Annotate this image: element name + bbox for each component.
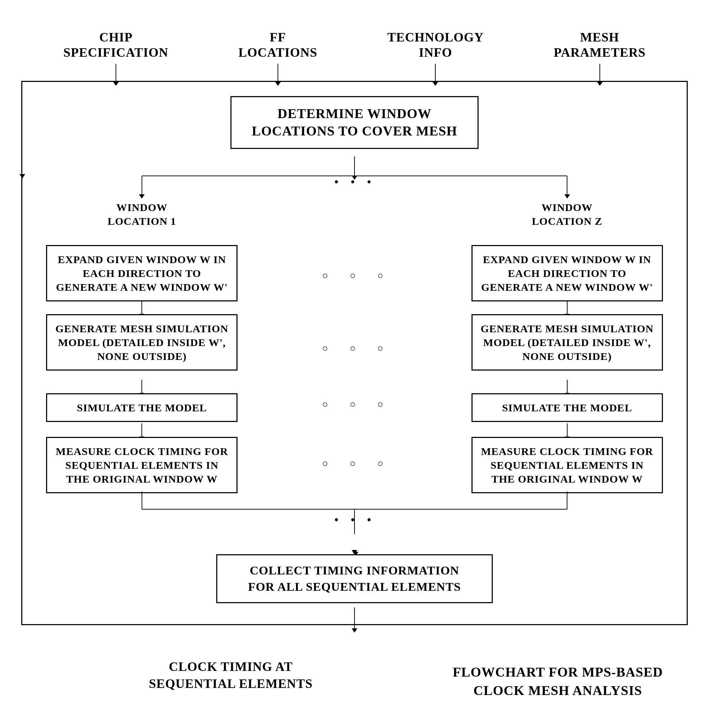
chip-spec-arrow [115,64,116,82]
center-to-collect-arrow [352,550,357,554]
mesh-params-label: MESH PARAMETERS [554,30,646,60]
top-inputs: CHIP SPECIFICATION FF LOCATIONS TECHNOLO… [0,0,709,82]
output-label: CLOCK TIMING AT SEQUENTIAL ELEMENTS [149,658,313,693]
measure-left-box: MEASURE CLOCK TIMING FOR SEQUENTIAL ELEM… [46,437,238,493]
input-chip-spec: CHIP SPECIFICATION [63,30,168,82]
determine-box: DETERMINE WINDOW LOCATIONS TO COVER MESH [230,96,479,149]
left-arrow-1 [142,301,142,314]
input-tech-info: TECHNOLOGY INFO [387,30,484,82]
window-location-left-label: WINDOW LOCATION 1 [106,200,177,228]
input-ff-locations: FF LOCATIONS [239,30,317,82]
inner-content: DETERMINE WINDOW LOCATIONS TO COVER MESH [22,82,687,624]
simulate-right-box: SIMULATE THE MODEL [471,393,663,422]
svg-marker-3 [19,174,25,178]
generate-right-box: GENERATE MESH SIMULATION MODEL (DETAILED… [471,314,663,371]
simulate-left-box: SIMULATE THE MODEL [46,393,238,422]
right-arrow-1 [567,301,567,314]
generate-left-box: GENERATE MESH SIMULATION MODEL (DETAILED… [46,314,238,371]
branch-arrow-left [139,194,144,199]
expand-left-box: EXPAND GIVEN WINDOW W IN EACH DIRECTION … [46,245,238,301]
caption-label: FLOWCHART FOR MPS-BASED CLOCK MESH ANALY… [453,663,663,700]
main-box: DETERMINE WINDOW LOCATIONS TO COVER MESH [21,81,688,625]
chip-spec-label: CHIP SPECIFICATION [63,30,168,60]
top-h-dots: · · · [334,171,375,192]
dots-between-generate: ○ ○ ○ [322,342,387,354]
page: CHIP SPECIFICATION FF LOCATIONS TECHNOLO… [0,0,709,728]
dots-between-simulate: ○ ○ ○ [322,399,387,410]
left-arrow-2 [142,380,142,393]
window-location-right-label: WINDOW LOCATION Z [532,200,603,228]
right-arrow-3 [567,423,567,437]
expand-right-box: EXPAND GIVEN WINDOW W IN EACH DIRECTION … [471,245,663,301]
tech-info-label: TECHNOLOGY INFO [387,30,484,60]
dots-between-expand: ○ ○ ○ [322,270,387,281]
ff-locations-label: FF LOCATIONS [239,30,317,60]
dots-between-measure: ○ ○ ○ [322,458,387,469]
collect-box: COLLECT TIMING INFORMATION FOR ALL SEQUE… [216,554,493,603]
right-arrow-2 [567,380,567,393]
collect-to-output-arrow [354,607,355,629]
mesh-params-arrow [600,64,600,82]
tech-info-arrow [435,64,436,82]
measure-right-box: MEASURE CLOCK TIMING FOR SEQUENTIAL ELEM… [471,437,663,493]
input-mesh-params: MESH PARAMETERS [554,30,646,82]
ff-locations-arrow [277,64,278,82]
left-arrow-3 [142,423,142,437]
branch-arrow-right [565,194,570,199]
determine-text: DETERMINE WINDOW LOCATIONS TO COVER MESH [252,106,457,138]
